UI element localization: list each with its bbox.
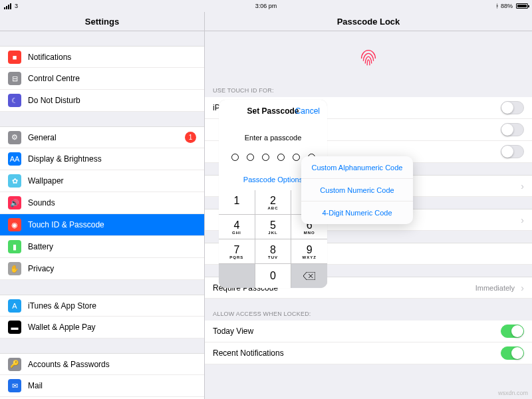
sidebar-item-label: Control Centre (28, 74, 80, 83)
sidebar-item-label: iTunes & App Store (28, 301, 96, 311)
sidebar-item-label: Display & Brightness (28, 154, 102, 164)
cancel-button[interactable]: Cancel (295, 106, 320, 116)
option-alphanumeric[interactable]: Custom Alphanumeric Code (301, 156, 413, 179)
chevron-right-icon: › (521, 215, 524, 225)
row-label: Today View (213, 327, 253, 336)
sidebar-item-general[interactable]: ⚙General1 (0, 126, 204, 148)
sidebar-item-notifications[interactable]: ■Notifications (0, 46, 204, 68)
key-blank (219, 264, 255, 288)
sidebar-item-wallpaper[interactable]: ✿Wallpaper (0, 170, 204, 192)
key-9[interactable]: 9WXYZ (291, 239, 327, 263)
mail-icon: ✉ (8, 379, 21, 392)
switch-3[interactable] (501, 145, 524, 158)
sidebar-item-battery[interactable]: ▮Battery (0, 236, 204, 258)
switch-today-view[interactable] (501, 325, 524, 338)
switch-2[interactable] (501, 123, 524, 136)
bluetooth-icon: ᚼ (495, 3, 499, 9)
sidebar-item-sounds[interactable]: 🔊Sounds (0, 192, 204, 214)
notif-icon: ■ (8, 51, 21, 64)
batt-icon: ▮ (8, 240, 21, 253)
group-header-allow: ALLOW ACCESS WHEN LOCKED: (205, 311, 532, 321)
sidebar-item-label: Wallet & Apple Pay (28, 323, 96, 332)
sidebar-item-label: Privacy (28, 264, 54, 273)
store-icon: A (8, 299, 21, 313)
row-value: Immediately (475, 284, 515, 292)
battery-percent: 88% (501, 3, 513, 9)
acct-icon: 🔑 (8, 358, 21, 371)
chevron-right-icon: › (521, 283, 524, 293)
carrier-label: 3 (15, 3, 18, 9)
sidebar-item-do-not-disturb[interactable]: ☾Do Not Disturb (0, 90, 204, 112)
chevron-right-icon: › (521, 181, 524, 192)
sidebar-item-label: Notifications (28, 53, 71, 62)
key-5[interactable]: 5JKL (255, 215, 291, 239)
row-today-view[interactable]: Today View (205, 321, 532, 342)
clock: 3:06 pm (255, 3, 277, 9)
passcode-options-popover: Custom Alphanumeric Code Custom Numeric … (301, 156, 413, 224)
modal-prompt: Enter a passcode (219, 134, 327, 142)
wall-icon: ✿ (8, 174, 21, 188)
key-0[interactable]: 0 (255, 264, 291, 288)
settings-sidebar[interactable]: ■Notifications⊟Control Centre☾Do Not Dis… (0, 31, 205, 399)
key-7[interactable]: 7PQRS (219, 239, 255, 263)
sidebar-item-itunes-app-store[interactable]: AiTunes & App Store (0, 295, 204, 317)
dnd-icon: ☾ (8, 94, 21, 107)
sidebar-item-label: Wallpaper (28, 176, 64, 186)
disp-icon: AA (8, 152, 21, 166)
switch-recent-notifications[interactable] (501, 346, 524, 360)
sidebar-item-privacy[interactable]: ✋Privacy (0, 258, 204, 280)
header: Settings Passcode Lock (0, 12, 532, 31)
badge: 1 (185, 132, 196, 143)
sidebar-item-label: Battery (28, 242, 53, 251)
sidebar-item-label: Touch ID & Passcode (28, 220, 104, 229)
cc-icon: ⊟ (8, 72, 21, 85)
option-4-digit[interactable]: 4-Digit Numeric Code (301, 201, 413, 224)
sidebar-item-accounts-passwords[interactable]: 🔑Accounts & Passwords (0, 353, 204, 375)
option-custom-numeric[interactable]: Custom Numeric Code (301, 179, 413, 201)
group-header-touchid: USE TOUCH ID FOR: (205, 87, 532, 97)
key-8[interactable]: 8TUV (255, 239, 291, 263)
sidebar-item-touch-id-passcode[interactable]: ◉Touch ID & Passcode (0, 214, 204, 236)
key-1[interactable]: 1 (219, 190, 255, 214)
sidebar-item-label: Mail (28, 381, 43, 390)
sidebar-item-label: Accounts & Passwords (28, 360, 110, 369)
touch-icon: ◉ (8, 218, 21, 231)
header-settings: Settings (0, 12, 205, 31)
sidebar-item-label: General (28, 133, 57, 142)
status-bar: 3 3:06 pm ᚼ 88% (0, 0, 532, 12)
gen-icon: ⚙ (8, 131, 21, 144)
sidebar-item-mail[interactable]: ✉Mail (0, 375, 204, 397)
watermark: wsxdn.com (498, 390, 528, 396)
wallet-icon: ▬ (8, 321, 21, 334)
sound-icon: 🔊 (8, 196, 21, 209)
switch-ipad-unlock[interactable] (501, 101, 524, 114)
key-4[interactable]: 4GHI (219, 215, 255, 239)
battery-icon (516, 3, 528, 9)
sidebar-item-label: Sounds (28, 198, 55, 207)
row-label: Recent Notifications (213, 348, 284, 358)
sidebar-item-display-brightness[interactable]: AADisplay & Brightness (0, 148, 204, 170)
fingerprint-icon (205, 31, 532, 72)
sidebar-item-control-centre[interactable]: ⊟Control Centre (0, 68, 204, 90)
priv-icon: ✋ (8, 262, 21, 275)
signal-icon (4, 3, 11, 9)
key-backspace[interactable] (291, 264, 327, 288)
header-passcode-lock: Passcode Lock (205, 12, 532, 31)
sidebar-item-wallet-apple-pay[interactable]: ▬Wallet & Apple Pay (0, 317, 204, 338)
key-2[interactable]: 2ABC (255, 190, 291, 214)
sidebar-item-label: Do Not Disturb (28, 96, 80, 105)
row-recent-notifications[interactable]: Recent Notifications (205, 342, 532, 364)
modal-title: Set Passcode (247, 106, 299, 116)
